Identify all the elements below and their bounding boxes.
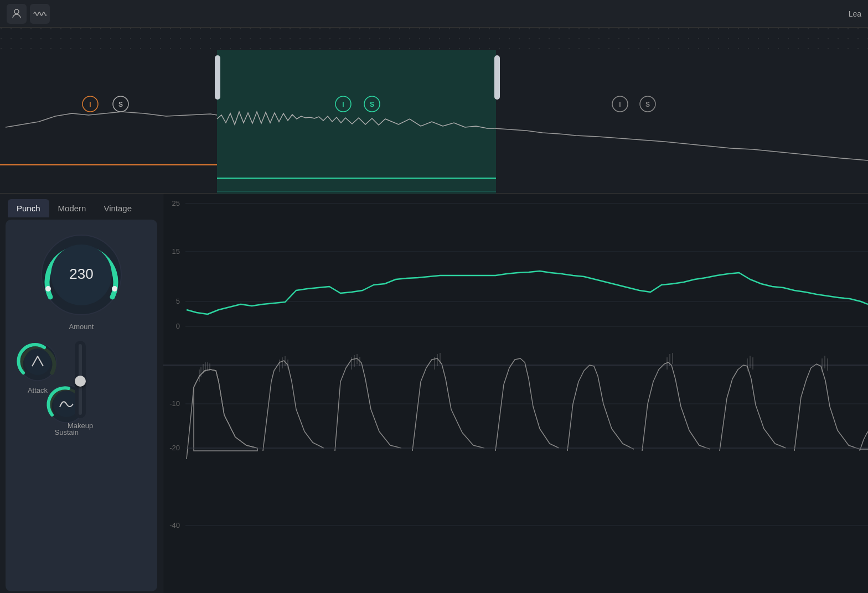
svg-text:0: 0	[176, 322, 180, 330]
svg-text:S: S	[370, 101, 374, 108]
sustain-label: Sustain	[55, 428, 79, 436]
svg-text:I: I	[342, 101, 344, 108]
amount-knob[interactable]: 230	[37, 231, 126, 319]
svg-text:I: I	[89, 101, 91, 108]
waveform-section: I S I S I S	[0, 28, 868, 194]
svg-rect-2	[0, 28, 868, 50]
svg-rect-25	[163, 194, 868, 593]
top-bar-icons	[7, 4, 50, 24]
attack-label: Attack	[28, 386, 48, 394]
waveform-selection	[217, 50, 496, 194]
top-bar: Lea	[0, 0, 868, 28]
svg-text:I: I	[619, 101, 621, 108]
icon-person[interactable]	[7, 4, 27, 24]
small-controls-row: Attack Makeup	[14, 341, 148, 436]
svg-text:-10: -10	[169, 399, 180, 408]
svg-point-22	[24, 348, 51, 375]
tab-modern[interactable]: Modern	[49, 199, 95, 217]
svg-point-0	[14, 9, 19, 14]
attack-knob[interactable]	[17, 341, 59, 383]
amount-label: Amount	[69, 322, 94, 331]
tab-punch[interactable]: Punch	[8, 199, 49, 217]
waveform-handle-right[interactable]	[494, 55, 500, 100]
svg-point-20	[112, 286, 117, 292]
controls-area: 230 Amount	[6, 220, 157, 591]
svg-text:S: S	[118, 101, 123, 108]
svg-text:-40: -40	[169, 521, 180, 529]
svg-text:-20: -20	[169, 444, 180, 452]
svg-rect-15	[217, 191, 496, 192]
amount-knob-container: 230 Amount	[14, 231, 148, 331]
graph-svg: 25 15 5 0 -10 -20 -40	[163, 194, 868, 593]
main-layout: Punch Modern Vintage 230	[0, 194, 868, 593]
left-panel: Punch Modern Vintage 230	[0, 194, 163, 593]
svg-text:S: S	[645, 101, 650, 108]
waveform-handle-left[interactable]	[215, 55, 220, 100]
svg-text:230: 230	[69, 266, 93, 282]
makeup-slider[interactable]	[75, 341, 86, 418]
tab-vintage[interactable]: Vintage	[95, 199, 141, 217]
right-panel: 25 15 5 0 -10 -20 -40	[163, 194, 868, 593]
top-bar-right-label: Lea	[849, 9, 861, 18]
svg-text:15: 15	[172, 247, 180, 256]
icon-wave[interactable]	[30, 4, 50, 24]
waveform-svg: I S I S I S	[0, 28, 868, 194]
svg-text:5: 5	[176, 297, 180, 305]
svg-point-19	[45, 286, 51, 292]
tab-bar: Punch Modern Vintage	[0, 194, 163, 217]
svg-text:25: 25	[172, 199, 180, 207]
